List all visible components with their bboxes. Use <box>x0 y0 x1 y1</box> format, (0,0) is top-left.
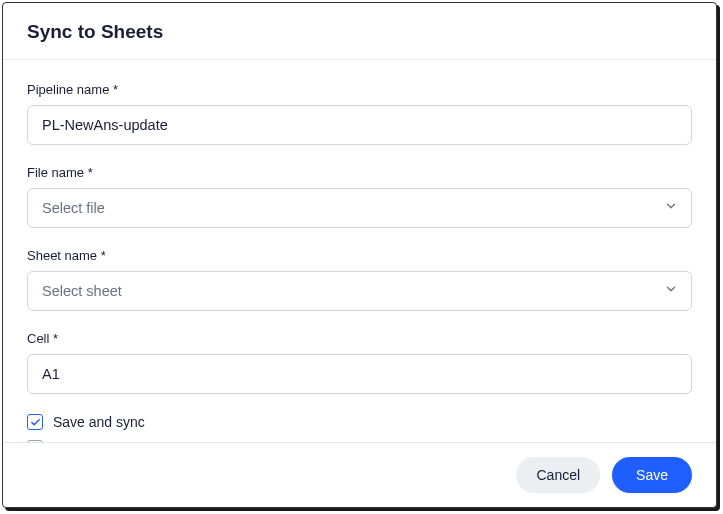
save-and-sync-row: Save and sync <box>27 414 692 430</box>
dialog-title: Sync to Sheets <box>27 21 692 43</box>
pipeline-name-label: Pipeline name * <box>27 82 692 97</box>
sheet-name-placeholder: Select sheet <box>42 283 122 299</box>
pipeline-name-group: Pipeline name * <box>27 82 692 145</box>
pipeline-name-input[interactable] <box>27 105 692 145</box>
sync-dialog: Sync to Sheets Pipeline name * File name… <box>2 2 717 508</box>
file-name-group: File name * Select file <box>27 165 692 228</box>
dialog-footer: Cancel Save <box>3 442 716 507</box>
cell-group: Cell * <box>27 331 692 394</box>
file-name-label: File name * <box>27 165 692 180</box>
file-name-placeholder: Select file <box>42 200 105 216</box>
file-name-select[interactable]: Select file <box>27 188 692 228</box>
save-and-sync-label: Save and sync <box>53 414 145 430</box>
save-and-sync-checkbox[interactable] <box>27 414 43 430</box>
cell-label: Cell * <box>27 331 692 346</box>
sheet-name-group: Sheet name * Select sheet <box>27 248 692 311</box>
cell-input[interactable] <box>27 354 692 394</box>
save-button[interactable]: Save <box>612 457 692 493</box>
sheet-name-label: Sheet name * <box>27 248 692 263</box>
dialog-body: Pipeline name * File name * Select file … <box>3 60 716 442</box>
cancel-button[interactable]: Cancel <box>516 457 600 493</box>
sheet-name-select[interactable]: Select sheet <box>27 271 692 311</box>
dialog-header: Sync to Sheets <box>3 3 716 60</box>
